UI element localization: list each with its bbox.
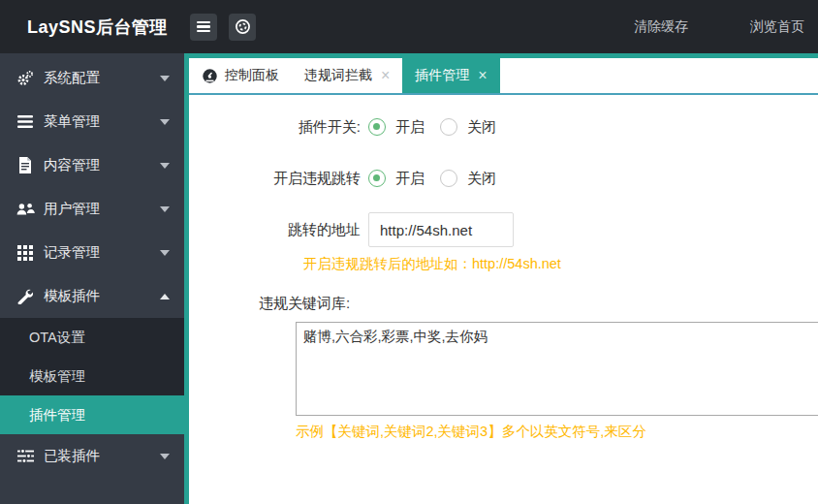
plugin-settings-form: 插件开关: 开启 关闭 开启违规跳转 开启 关闭 跳转的地址: [189, 110, 818, 441]
top-header: LaySNS后台管理 清除缓存 浏览首页: [0, 0, 818, 53]
tab-blocked-words[interactable]: 违规词拦截 ×: [292, 58, 402, 93]
plugin-switch-row: 插件开关: 开启 关闭: [189, 110, 818, 144]
sidebar-item-system-config[interactable]: 系统配置: [0, 56, 184, 100]
sidebar-item-user-management[interactable]: 用户管理: [0, 187, 184, 231]
sidebar-subitem-label: 插件管理: [29, 406, 85, 425]
template-plugins-submenu: OTA设置 模板管理 插件管理: [0, 318, 184, 434]
tab-dashboard[interactable]: 控制面板: [189, 58, 292, 93]
radio-label[interactable]: 关闭: [467, 118, 496, 137]
redirect-url-label: 跳转的地址: [189, 221, 368, 239]
tab-label: 控制面板: [225, 67, 279, 84]
wrench-icon: [15, 289, 36, 304]
plugin-switch-label: 插件开关:: [189, 118, 368, 137]
redirect-url-row: 跳转的地址: [189, 212, 818, 247]
sidebar-item-menu-management[interactable]: 菜单管理: [0, 100, 184, 143]
sidebar-item-record-management[interactable]: 记录管理: [0, 231, 184, 274]
plugin-switch-on-option[interactable]: 开启: [368, 118, 425, 137]
grid-icon: [15, 245, 36, 261]
sidebar-item-content-management[interactable]: 内容管理: [0, 143, 184, 187]
collapse-sidebar-button[interactable]: [190, 14, 217, 41]
tab-bar: 控制面板 违规词拦截 × 插件管理 ×: [189, 58, 818, 95]
sidebar-item-label: 用户管理: [44, 200, 100, 218]
radio-label[interactable]: 关闭: [467, 170, 496, 188]
hamburger-icon: [197, 18, 210, 34]
radio-label[interactable]: 开启: [395, 118, 425, 137]
plugin-switch-off-option[interactable]: 关闭: [440, 118, 496, 137]
clear-cache-link[interactable]: 清除缓存: [634, 18, 688, 36]
sidebar-item-label: 记录管理: [44, 243, 100, 262]
chevron-down-icon: [160, 250, 170, 256]
sidebar-item-label: 系统配置: [44, 69, 100, 87]
redirect-switch-label: 开启违规跳转: [189, 170, 368, 188]
redirect-switch-on-option[interactable]: 开启: [368, 170, 425, 188]
radio-checked-icon[interactable]: [368, 170, 386, 187]
keywords-hint: 示例【关键词,关键词2,关键词3】多个以英文符号,来区分: [296, 423, 818, 441]
sliders-icon: [15, 449, 36, 463]
menu-list-icon: [15, 115, 36, 128]
sidebar-subitem-plugin-management[interactable]: 插件管理: [0, 395, 184, 434]
site-button[interactable]: [229, 14, 256, 41]
redirect-url-hint: 开启违规跳转后的地址如：http://54sh.net: [303, 255, 818, 273]
tab-label: 违规词拦截: [304, 67, 372, 84]
sidebar-item-label: 内容管理: [44, 156, 100, 174]
browse-home-link[interactable]: 浏览首页: [750, 18, 804, 36]
chevron-down-icon: [160, 76, 170, 81]
sidebar-subitem-label: OTA设置: [29, 329, 85, 347]
chevron-down-icon: [160, 119, 170, 125]
chevron-down-icon: [160, 163, 170, 169]
sidebar-item-template-plugins[interactable]: 模板插件: [0, 274, 184, 318]
sidebar-subitem-template-management[interactable]: 模板管理: [0, 357, 184, 395]
life-ring-icon: [235, 18, 251, 35]
sidebar-item-label: 模板插件: [44, 287, 100, 305]
cogs-icon: [15, 70, 36, 87]
keywords-textarea[interactable]: 赌博,六合彩,彩票,中奖,去你妈: [296, 322, 818, 416]
users-icon: [15, 202, 36, 217]
chevron-down-icon: [160, 206, 170, 212]
document-icon: [15, 157, 36, 173]
chevron-up-icon: [160, 294, 170, 299]
sidebar-item-installed-plugins[interactable]: 已装插件: [0, 434, 184, 478]
sidebar-item-label: 菜单管理: [44, 112, 100, 131]
radio-unchecked-icon[interactable]: [440, 170, 457, 187]
radio-unchecked-icon[interactable]: [440, 118, 457, 136]
header-links: 清除缓存 浏览首页: [634, 18, 818, 36]
sidebar-item-label: 已装插件: [44, 447, 100, 465]
chevron-down-icon: [160, 454, 170, 459]
main-panel: 控制面板 违规词拦截 × 插件管理 × 插件开关: 开启 关闭 开启违规跳转: [189, 53, 818, 504]
radio-label[interactable]: 开启: [395, 170, 425, 188]
tab-plugin-management[interactable]: 插件管理 ×: [402, 58, 499, 93]
sidebar-nav: 系统配置 菜单管理 内容管理: [0, 53, 189, 504]
close-icon[interactable]: ×: [381, 68, 390, 83]
dashboard-icon: [202, 68, 218, 84]
keywords-label: 违规关键词库:: [259, 295, 818, 313]
sidebar-subitem-label: 模板管理: [29, 367, 85, 386]
tab-label: 插件管理: [415, 67, 469, 84]
redirect-switch-row: 开启违规跳转 开启 关闭: [189, 161, 818, 196]
redirect-url-input[interactable]: [368, 212, 514, 247]
redirect-switch-off-option[interactable]: 关闭: [440, 170, 496, 188]
app-title: LaySNS后台管理: [0, 16, 184, 39]
sidebar-subitem-ota-settings[interactable]: OTA设置: [0, 318, 184, 357]
close-icon[interactable]: ×: [478, 68, 487, 83]
radio-checked-icon[interactable]: [368, 118, 386, 136]
